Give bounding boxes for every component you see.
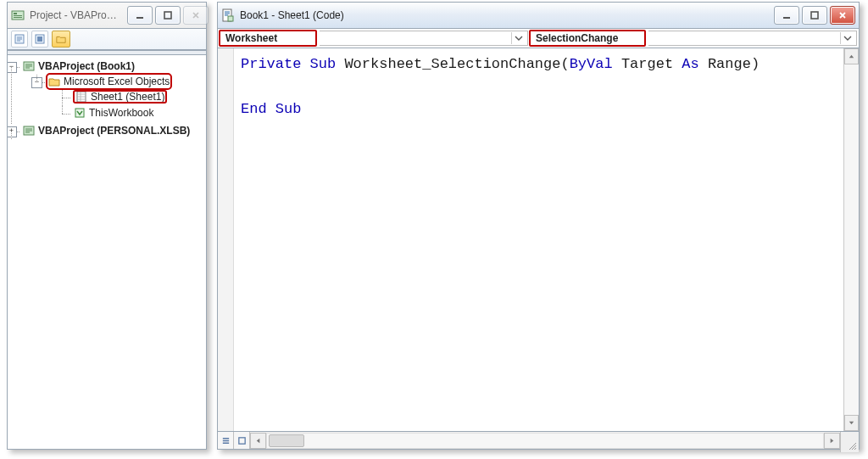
- tree-vbaproject-personal[interactable]: VBAProject (PERSONAL.XLSB): [38, 125, 190, 137]
- svg-rect-10: [228, 16, 233, 21]
- tree-item-thisworkbook[interactable]: ThisWorkbook: [74, 107, 153, 119]
- scroll-track[interactable]: [266, 433, 824, 449]
- maximize-button[interactable]: [155, 6, 181, 25]
- code-text: Worksheet_SelectionChange(: [336, 56, 569, 72]
- scroll-up-icon[interactable]: [844, 48, 859, 64]
- vba-project-icon: [23, 125, 35, 137]
- vba-project-icon: [23, 60, 35, 72]
- procedure-dropdown[interactable]: SelectionChange: [530, 31, 645, 46]
- scroll-right-icon[interactable]: [824, 433, 840, 449]
- resize-grip-icon[interactable]: [840, 432, 859, 452]
- code-keyword: End Sub: [241, 101, 301, 117]
- procedure-dropdown-extra[interactable]: [648, 31, 857, 46]
- procedure-view-icon[interactable]: [218, 432, 234, 449]
- scroll-track[interactable]: [844, 64, 859, 415]
- vertical-scrollbar[interactable]: [843, 48, 859, 431]
- tree-folder-excel-objects[interactable]: Microsoft Excel Objects: [48, 76, 170, 87]
- full-module-view-icon[interactable]: [234, 432, 250, 449]
- tree-item-sheet1[interactable]: Sheet1 (Sheet1): [74, 91, 166, 103]
- minimize-button[interactable]: [774, 6, 799, 25]
- code-dropdown-row: Worksheet SelectionChange: [218, 29, 859, 48]
- scroll-thumb[interactable]: [269, 434, 304, 447]
- toggle-folders-icon[interactable]: [52, 31, 70, 48]
- vba-module-icon: [221, 8, 235, 22]
- view-object-icon[interactable]: [31, 31, 48, 48]
- svg-rect-11: [811, 12, 818, 19]
- horizontal-scrollbar[interactable]: [250, 432, 840, 449]
- code-editor[interactable]: Private Sub Worksheet_SelectionChange(By…: [234, 48, 843, 431]
- tree-item-label: Sheet1 (Sheet1): [91, 91, 164, 103]
- svg-rect-7: [75, 109, 84, 117]
- expander-icon[interactable]: −: [8, 62, 17, 73]
- object-dropdown[interactable]: Worksheet: [220, 31, 316, 46]
- tree-folder-label: Microsoft Excel Objects: [64, 76, 170, 87]
- maximize-button[interactable]: [802, 6, 827, 25]
- tree-item-label: ThisWorkbook: [89, 107, 153, 119]
- code-margin: [218, 48, 234, 431]
- svg-rect-4: [37, 36, 42, 42]
- expander-icon[interactable]: −: [31, 77, 42, 88]
- workbook-icon: [74, 107, 86, 119]
- code-text: Range): [699, 56, 760, 72]
- object-dropdown-extra[interactable]: [320, 31, 528, 46]
- project-tree: − VBAProject (Book1) −: [8, 55, 206, 449]
- object-dropdown-value: Worksheet: [222, 32, 314, 44]
- code-keyword: Private Sub: [241, 56, 336, 72]
- folder-icon: [48, 76, 60, 87]
- tree-vbaproject-book1[interactable]: VBAProject (Book1): [38, 60, 135, 72]
- sheet-icon: [75, 91, 87, 103]
- close-button[interactable]: [183, 6, 209, 25]
- expander-icon[interactable]: +: [8, 126, 17, 137]
- minimize-button[interactable]: [127, 6, 153, 25]
- close-button[interactable]: [830, 6, 855, 25]
- code-title-text: Book1 - Sheet1 (Code): [240, 9, 344, 21]
- svg-rect-12: [238, 437, 244, 443]
- view-code-icon[interactable]: [11, 31, 28, 48]
- chevron-down-icon: [840, 32, 854, 44]
- svg-rect-1: [164, 12, 171, 19]
- project-titlebar[interactable]: Project - VBAPro…: [8, 3, 206, 29]
- scroll-left-icon[interactable]: [250, 433, 266, 449]
- code-window: Book1 - Sheet1 (Code) Worksheet Selectio…: [217, 2, 860, 450]
- code-keyword: ByVal: [570, 56, 613, 72]
- code-text: Target: [613, 56, 682, 72]
- code-titlebar[interactable]: Book1 - Sheet1 (Code): [218, 3, 859, 29]
- chevron-down-icon: [511, 32, 526, 44]
- code-keyword: As: [682, 56, 698, 72]
- project-explorer-window: Project - VBAPro… −: [7, 2, 207, 450]
- scroll-down-icon[interactable]: [844, 415, 859, 431]
- project-toolbar: [8, 29, 206, 50]
- project-title-text: Project - VBAPro…: [30, 9, 117, 21]
- procedure-dropdown-value: SelectionChange: [532, 32, 643, 44]
- vba-app-icon: [11, 8, 25, 22]
